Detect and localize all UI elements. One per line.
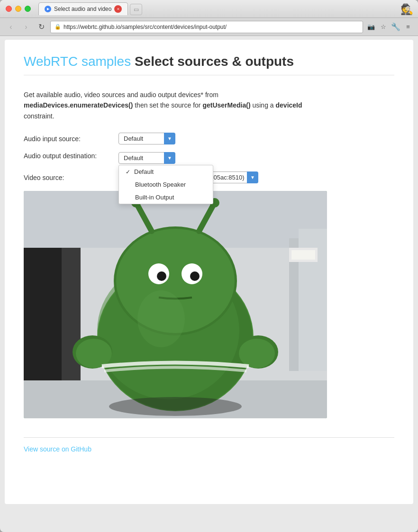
footer-divider (24, 437, 394, 438)
github-link[interactable]: View source on GitHub (24, 445, 91, 453)
title-divider (24, 75, 394, 75)
new-tab-button[interactable]: ▭ (130, 4, 142, 15)
back-button[interactable]: ‹ (5, 21, 17, 33)
video-source-label: Video source: (24, 174, 118, 181)
page-title: WebRTC samples Select sources & outputs (24, 54, 394, 69)
close-button[interactable] (6, 6, 12, 12)
audio-output-select[interactable]: Default (118, 152, 175, 164)
svg-point-21 (157, 271, 166, 281)
svg-rect-9 (291, 250, 315, 260)
title-main: Select sources & outputs (135, 54, 294, 69)
svg-rect-5 (24, 248, 62, 380)
svg-point-22 (190, 271, 200, 281)
audio-output-dropdown[interactable]: Default Bluetooth Speaker Built-in Outpu… (118, 165, 213, 204)
video-icon[interactable]: 📷 (366, 22, 376, 32)
audio-input-select[interactable]: Default (118, 133, 175, 144)
dropdown-item-default[interactable]: Default (119, 165, 213, 178)
dropdown-item-label: Bluetooth Speaker (135, 181, 186, 188)
toolbar-right: 📷 ☆ 🔧 ≡ (366, 22, 413, 32)
address-bar[interactable]: 🔒 https://webrtc.github.io/samples/src/c… (50, 21, 363, 33)
browser-window: Select audio and video × ▭ 🕵️ ‹ › ↻ 🔒 (0, 0, 418, 532)
maximize-button[interactable] (25, 6, 31, 12)
page-content: WebRTC samples Select sources & outputs … (5, 40, 413, 504)
video-container (24, 191, 327, 418)
dropdown-item-builtin[interactable]: Built-in Output (119, 191, 213, 204)
minimize-button[interactable] (15, 6, 21, 12)
dropdown-item-label: Default (134, 168, 154, 175)
tab-bar: Select audio and video × ▭ (38, 2, 412, 15)
tab-favicon (45, 6, 51, 12)
forward-button[interactable]: › (20, 21, 32, 33)
page-header: WebRTC samples Select sources & outputs (24, 54, 394, 75)
audio-input-row: Audio input source: Default ▼ (24, 133, 394, 144)
url-text: https://webrtc.github.io/samples/src/con… (64, 24, 227, 30)
audio-output-label: Audio output destination: (24, 152, 118, 160)
title-bar: Select audio and video × ▭ 🕵️ (0, 0, 418, 18)
active-tab[interactable]: Select audio and video × (38, 2, 128, 15)
tab-title: Select audio and video (54, 6, 111, 12)
reload-button[interactable]: ↻ (35, 21, 47, 33)
svg-point-24 (76, 339, 112, 368)
video-feed (24, 191, 327, 418)
audio-input-label: Audio input source: (24, 135, 118, 143)
address-bar-row: ‹ › ↻ 🔒 https://webrtc.github.io/samples… (0, 18, 418, 36)
form-section: Audio input source: Default ▼ Audio outp… (24, 133, 394, 183)
page-description: Get available audio, video sources and a… (24, 90, 327, 121)
dropdown-item-label: Built-in Output (135, 194, 174, 201)
svg-point-28 (109, 397, 242, 416)
audio-input-select-wrapper: Default ▼ (118, 133, 175, 144)
tab-close-button[interactable]: × (114, 5, 122, 13)
svg-point-27 (137, 290, 185, 347)
traffic-lights (6, 6, 31, 12)
audio-output-row: Audio output destination: Default ▼ Defa… (24, 152, 394, 164)
dropdown-item-bluetooth[interactable]: Bluetooth Speaker (119, 178, 213, 191)
browser-icon: 🕵️ (400, 3, 413, 16)
menu-icon[interactable]: ≡ (403, 22, 413, 32)
title-brand: WebRTC samples (24, 54, 131, 69)
audio-output-select-wrapper: Default ▼ Default Bluetooth Speaker Buil… (118, 152, 175, 164)
lock-icon: 🔒 (55, 24, 61, 30)
svg-point-26 (239, 339, 275, 368)
bookmark-icon[interactable]: ☆ (378, 22, 389, 32)
extension-icon[interactable]: 🔧 (391, 22, 401, 32)
